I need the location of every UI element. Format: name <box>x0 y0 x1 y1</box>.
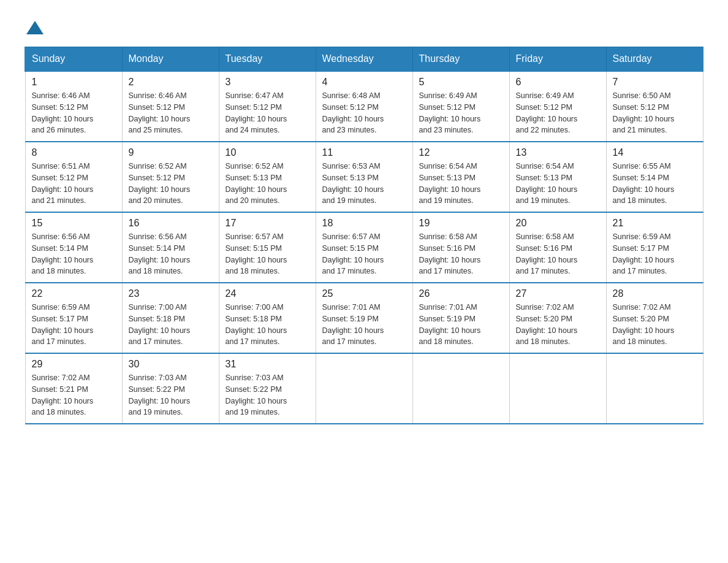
day-header-monday: Monday <box>122 47 219 72</box>
day-info: Sunrise: 6:52 AMSunset: 5:12 PMDaylight:… <box>129 161 213 207</box>
calendar-cell <box>412 353 509 424</box>
calendar-cell: 22 Sunrise: 6:59 AMSunset: 5:17 PMDaylig… <box>25 283 122 353</box>
calendar-cell: 27 Sunrise: 7:02 AMSunset: 5:20 PMDaylig… <box>509 283 606 353</box>
calendar-cell: 5 Sunrise: 6:49 AMSunset: 5:12 PMDayligh… <box>412 71 509 142</box>
day-info: Sunrise: 6:52 AMSunset: 5:13 PMDaylight:… <box>226 161 309 207</box>
day-info: Sunrise: 7:02 AMSunset: 5:20 PMDaylight:… <box>516 302 600 348</box>
calendar-cell <box>606 353 703 424</box>
day-info: Sunrise: 6:57 AMSunset: 5:15 PMDaylight:… <box>322 231 406 277</box>
calendar-cell: 12 Sunrise: 6:54 AMSunset: 5:13 PMDaylig… <box>412 142 509 212</box>
day-info: Sunrise: 7:03 AMSunset: 5:22 PMDaylight:… <box>129 372 213 418</box>
day-info: Sunrise: 6:59 AMSunset: 5:17 PMDaylight:… <box>32 302 116 348</box>
day-info: Sunrise: 6:56 AMSunset: 5:14 PMDaylight:… <box>129 231 213 277</box>
calendar-cell: 9 Sunrise: 6:52 AMSunset: 5:12 PMDayligh… <box>122 142 219 212</box>
calendar-cell: 8 Sunrise: 6:51 AMSunset: 5:12 PMDayligh… <box>25 142 122 212</box>
day-header-wednesday: Wednesday <box>316 47 412 72</box>
day-header-thursday: Thursday <box>412 47 509 72</box>
calendar-cell: 2 Sunrise: 6:46 AMSunset: 5:12 PMDayligh… <box>122 71 219 142</box>
day-number: 23 <box>129 288 213 299</box>
day-number: 30 <box>129 359 213 370</box>
week-row-2: 8 Sunrise: 6:51 AMSunset: 5:12 PMDayligh… <box>25 142 703 212</box>
calendar-cell: 24 Sunrise: 7:00 AMSunset: 5:18 PMDaylig… <box>219 283 316 353</box>
calendar-cell: 10 Sunrise: 6:52 AMSunset: 5:13 PMDaylig… <box>219 142 316 212</box>
calendar-cell: 13 Sunrise: 6:54 AMSunset: 5:13 PMDaylig… <box>509 142 606 212</box>
day-number: 14 <box>613 147 697 158</box>
day-number: 8 <box>32 147 116 158</box>
day-number: 29 <box>32 359 116 370</box>
day-info: Sunrise: 7:02 AMSunset: 5:21 PMDaylight:… <box>32 372 116 418</box>
day-number: 20 <box>516 218 600 229</box>
calendar-cell: 16 Sunrise: 6:56 AMSunset: 5:14 PMDaylig… <box>122 212 219 283</box>
day-info: Sunrise: 7:02 AMSunset: 5:20 PMDaylight:… <box>613 302 697 348</box>
calendar-cell: 18 Sunrise: 6:57 AMSunset: 5:15 PMDaylig… <box>316 212 412 283</box>
logo-triangle-icon <box>26 21 44 34</box>
day-info: Sunrise: 6:51 AMSunset: 5:12 PMDaylight:… <box>32 161 116 207</box>
day-number: 19 <box>419 218 503 229</box>
day-info: Sunrise: 6:58 AMSunset: 5:16 PMDaylight:… <box>419 231 503 277</box>
day-number: 13 <box>516 147 600 158</box>
calendar-cell: 3 Sunrise: 6:47 AMSunset: 5:12 PMDayligh… <box>219 71 316 142</box>
day-info: Sunrise: 6:46 AMSunset: 5:12 PMDaylight:… <box>32 90 116 136</box>
day-info: Sunrise: 6:46 AMSunset: 5:12 PMDaylight:… <box>129 90 213 136</box>
day-number: 27 <box>516 288 600 299</box>
day-info: Sunrise: 7:03 AMSunset: 5:22 PMDaylight:… <box>226 372 309 418</box>
day-info: Sunrise: 6:54 AMSunset: 5:13 PMDaylight:… <box>419 161 503 207</box>
day-info: Sunrise: 6:55 AMSunset: 5:14 PMDaylight:… <box>613 161 697 207</box>
day-info: Sunrise: 7:01 AMSunset: 5:19 PMDaylight:… <box>419 302 503 348</box>
calendar-header-row: SundayMondayTuesdayWednesdayThursdayFrid… <box>25 47 703 72</box>
day-info: Sunrise: 7:00 AMSunset: 5:18 PMDaylight:… <box>226 302 309 348</box>
day-info: Sunrise: 6:59 AMSunset: 5:17 PMDaylight:… <box>613 231 697 277</box>
day-info: Sunrise: 6:47 AMSunset: 5:12 PMDaylight:… <box>226 90 309 136</box>
day-number: 3 <box>226 77 309 88</box>
day-number: 17 <box>226 218 309 229</box>
week-row-3: 15 Sunrise: 6:56 AMSunset: 5:14 PMDaylig… <box>25 212 703 283</box>
calendar-cell: 14 Sunrise: 6:55 AMSunset: 5:14 PMDaylig… <box>606 142 703 212</box>
calendar-cell: 11 Sunrise: 6:53 AMSunset: 5:13 PMDaylig… <box>316 142 412 212</box>
calendar-cell <box>509 353 606 424</box>
day-info: Sunrise: 6:56 AMSunset: 5:14 PMDaylight:… <box>32 231 116 277</box>
calendar-cell: 6 Sunrise: 6:49 AMSunset: 5:12 PMDayligh… <box>509 71 606 142</box>
day-number: 16 <box>129 218 213 229</box>
calendar-cell: 21 Sunrise: 6:59 AMSunset: 5:17 PMDaylig… <box>606 212 703 283</box>
day-number: 25 <box>322 288 406 299</box>
calendar-table: SundayMondayTuesdayWednesdayThursdayFrid… <box>25 47 703 424</box>
calendar-cell: 30 Sunrise: 7:03 AMSunset: 5:22 PMDaylig… <box>122 353 219 424</box>
day-info: Sunrise: 6:57 AMSunset: 5:15 PMDaylight:… <box>226 231 309 277</box>
week-row-1: 1 Sunrise: 6:46 AMSunset: 5:12 PMDayligh… <box>25 71 703 142</box>
day-number: 4 <box>322 77 406 88</box>
day-header-friday: Friday <box>509 47 606 72</box>
logo <box>25 18 44 34</box>
day-number: 18 <box>322 218 406 229</box>
day-header-tuesday: Tuesday <box>219 47 316 72</box>
day-number: 1 <box>32 77 116 88</box>
day-info: Sunrise: 6:49 AMSunset: 5:12 PMDaylight:… <box>419 90 503 136</box>
calendar-cell: 31 Sunrise: 7:03 AMSunset: 5:22 PMDaylig… <box>219 353 316 424</box>
day-number: 26 <box>419 288 503 299</box>
week-row-4: 22 Sunrise: 6:59 AMSunset: 5:17 PMDaylig… <box>25 283 703 353</box>
week-row-5: 29 Sunrise: 7:02 AMSunset: 5:21 PMDaylig… <box>25 353 703 424</box>
day-number: 7 <box>613 77 697 88</box>
calendar-cell: 17 Sunrise: 6:57 AMSunset: 5:15 PMDaylig… <box>219 212 316 283</box>
day-number: 2 <box>129 77 213 88</box>
day-number: 21 <box>613 218 697 229</box>
day-number: 6 <box>516 77 600 88</box>
day-info: Sunrise: 6:50 AMSunset: 5:12 PMDaylight:… <box>613 90 697 136</box>
calendar-cell: 15 Sunrise: 6:56 AMSunset: 5:14 PMDaylig… <box>25 212 122 283</box>
calendar-cell: 25 Sunrise: 7:01 AMSunset: 5:19 PMDaylig… <box>316 283 412 353</box>
day-info: Sunrise: 7:01 AMSunset: 5:19 PMDaylight:… <box>322 302 406 348</box>
day-info: Sunrise: 6:49 AMSunset: 5:12 PMDaylight:… <box>516 90 600 136</box>
day-number: 5 <box>419 77 503 88</box>
day-info: Sunrise: 6:48 AMSunset: 5:12 PMDaylight:… <box>322 90 406 136</box>
calendar-cell: 29 Sunrise: 7:02 AMSunset: 5:21 PMDaylig… <box>25 353 122 424</box>
day-number: 15 <box>32 218 116 229</box>
day-info: Sunrise: 6:54 AMSunset: 5:13 PMDaylight:… <box>516 161 600 207</box>
calendar-cell: 23 Sunrise: 7:00 AMSunset: 5:18 PMDaylig… <box>122 283 219 353</box>
calendar-cell: 4 Sunrise: 6:48 AMSunset: 5:12 PMDayligh… <box>316 71 412 142</box>
day-number: 31 <box>226 359 309 370</box>
day-number: 28 <box>613 288 697 299</box>
day-number: 12 <box>419 147 503 158</box>
calendar-cell: 19 Sunrise: 6:58 AMSunset: 5:16 PMDaylig… <box>412 212 509 283</box>
day-header-sunday: Sunday <box>25 47 122 72</box>
calendar-cell: 7 Sunrise: 6:50 AMSunset: 5:12 PMDayligh… <box>606 71 703 142</box>
day-number: 10 <box>226 147 309 158</box>
